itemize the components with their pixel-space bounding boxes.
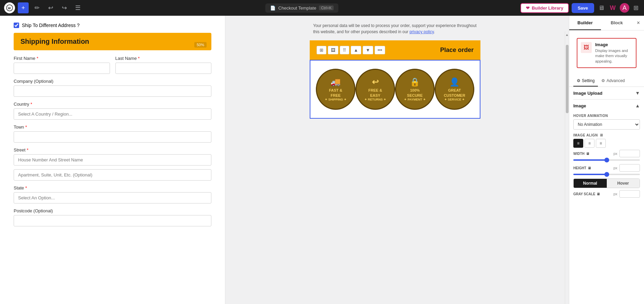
hover-animation-label: HOVER ANIMATION <box>573 114 640 118</box>
badge-payment: 🔒 100% SECURE ✦ PAYMENT ✦ <box>395 69 435 110</box>
subtab-advanced[interactable]: ⚙ Advanced <box>598 76 628 87</box>
width-slider-track[interactable] <box>573 159 640 161</box>
template-pill[interactable]: 📄 Checkout Template Ctrl+K <box>265 3 338 13</box>
height-slider-row[interactable] <box>573 174 640 175</box>
redo-button[interactable]: ↪ <box>59 2 70 13</box>
state-input[interactable] <box>14 192 211 203</box>
rp-header: Builder Block × <box>569 16 644 30</box>
width-slider-fill <box>573 159 607 161</box>
apt-input[interactable] <box>14 169 211 181</box>
postcode-input[interactable] <box>14 215 211 226</box>
topbar: W + ✏ ↩ ↪ ☰ 📄 Checkout Template Ctrl+K ❤… <box>0 0 644 16</box>
center-panel: Your personal data will be used to proce… <box>225 16 565 304</box>
street-group: Street * <box>14 147 211 181</box>
street-label: Street * <box>14 147 211 153</box>
image-toolbar-icon[interactable]: 🖼 <box>328 46 338 54</box>
align-buttons: ≡ ≡ ≡ <box>573 139 640 148</box>
close-button[interactable]: × <box>633 16 644 30</box>
shipping-icon: 🚚 <box>325 77 347 87</box>
grayscale-row: GRAY SCALE 🖥 px <box>573 190 640 198</box>
image-card-desc: Display images and make them visually ap… <box>595 48 632 64</box>
align-right-button[interactable]: ≡ <box>596 139 606 148</box>
ship-different-checkbox[interactable] <box>14 23 19 28</box>
company-label: Company (Optional) <box>14 79 211 84</box>
align-center-button[interactable]: ≡ <box>585 139 594 148</box>
width-unit: px <box>613 151 617 156</box>
monitor-icon-button[interactable]: 🖥 <box>597 3 606 13</box>
height-slider-thumb[interactable] <box>604 172 609 177</box>
town-req: * <box>25 124 27 130</box>
image-section-chevron[interactable]: ▲ <box>635 103 640 108</box>
country-req: * <box>30 102 32 107</box>
country-label: Country * <box>14 102 211 107</box>
toolbar-row: ⊞ 🖼 ⠿ ▲ ▼ ••• <box>317 46 385 54</box>
width-slider-thumb[interactable] <box>604 158 609 162</box>
grid-toolbar-icon[interactable]: ⊞ <box>317 46 326 54</box>
up-toolbar-icon[interactable]: ▲ <box>351 46 361 54</box>
badge-returns: ↩ FREE & EASY ✦ RETURNS ✦ <box>355 69 395 110</box>
shipping-title: Shipping Information <box>20 38 205 45</box>
company-input[interactable] <box>14 85 211 97</box>
pencil-button[interactable]: ✏ <box>31 2 42 13</box>
place-order-bar: ⊞ 🖼 ⠿ ▲ ▼ ••• Place order <box>310 40 480 60</box>
builder-lib-icon: ❤ <box>526 5 530 11</box>
privacy-link[interactable]: privacy policy <box>409 29 434 34</box>
town-input[interactable] <box>14 131 211 143</box>
hover-animation-select[interactable]: No Animation Zoom In Zoom Out Fade <box>573 119 640 130</box>
postcode-label: Postcode (Optional) <box>14 208 211 213</box>
town-label: Town * <box>14 124 211 130</box>
last-name-input[interactable] <box>115 63 212 74</box>
logo3-button[interactable]: A <box>620 3 629 13</box>
height-unit: px <box>613 166 617 170</box>
topbar-right: ❤ Builder Library Save 🖥 W A ⊞ <box>520 3 640 13</box>
align-left-button[interactable]: ≡ <box>573 139 583 148</box>
image-upload-chevron[interactable]: ▼ <box>635 90 640 96</box>
height-row: HEIGHT 🖥 px <box>573 164 640 172</box>
tab-builder[interactable]: Builder <box>569 16 601 30</box>
builder-library-button[interactable]: ❤ Builder Library <box>520 3 569 13</box>
down-toolbar-icon[interactable]: ▼ <box>363 46 373 54</box>
undo-button[interactable]: ↩ <box>45 2 56 13</box>
grayscale-unit: px <box>613 192 617 196</box>
height-slider-fill <box>573 174 607 175</box>
grayscale-label: GRAY SCALE 🖥 <box>573 192 611 196</box>
image-upload-header[interactable]: Image Upload ▼ <box>573 87 640 100</box>
save-button[interactable]: Save <box>572 3 594 13</box>
image-upload-title: Image Upload <box>573 91 602 96</box>
add-button[interactable]: + <box>18 2 29 13</box>
width-input[interactable] <box>619 150 640 157</box>
logo2-button[interactable]: W <box>608 3 617 13</box>
main-layout: Ship To Different Address ? Shipping Inf… <box>0 16 644 304</box>
tab-block[interactable]: Block <box>601 16 633 30</box>
ship-different-label: Ship To Different Address ? <box>22 23 80 28</box>
street-input[interactable] <box>14 154 211 166</box>
grid-icon-button[interactable]: ⊞ <box>632 3 640 13</box>
height-slider-track[interactable] <box>573 174 640 175</box>
subtab-setting[interactable]: ⚙ Setting <box>573 76 598 87</box>
more-toolbar-icon[interactable]: ••• <box>375 46 386 54</box>
template-label: Checkout Template <box>278 5 316 11</box>
state-tab-hover[interactable]: Hover <box>607 179 640 188</box>
country-input[interactable] <box>14 108 211 120</box>
height-monitor-icon: 🖥 <box>588 166 591 170</box>
returns-icon: ↩ <box>364 77 387 87</box>
state-tab-normal[interactable]: Normal <box>574 179 607 188</box>
place-order-text: Place order <box>440 47 474 54</box>
street-req: * <box>27 147 28 153</box>
setting-icon: ⚙ <box>577 78 580 83</box>
town-group: Town * <box>14 124 211 143</box>
center-scrollbar[interactable]: ▲ ▼ <box>565 31 569 304</box>
height-input[interactable] <box>619 164 640 172</box>
first-name-input[interactable] <box>14 63 110 74</box>
pct-badge: 50% <box>194 42 207 48</box>
rp-body: 🖼 Image Display images and make them vis… <box>569 30 644 304</box>
drag-toolbar-icon[interactable]: ⠿ <box>340 46 349 54</box>
image-section-title: Image <box>573 103 586 108</box>
width-slider-row[interactable] <box>573 159 640 161</box>
payment-icon: 🔒 <box>404 77 426 87</box>
scroll-thumb[interactable] <box>566 45 569 113</box>
menu-button[interactable]: ☰ <box>72 2 83 13</box>
postcode-group: Postcode (Optional) <box>14 208 211 226</box>
grayscale-input[interactable] <box>619 190 640 198</box>
image-section-header[interactable]: Image ▲ <box>573 100 640 110</box>
